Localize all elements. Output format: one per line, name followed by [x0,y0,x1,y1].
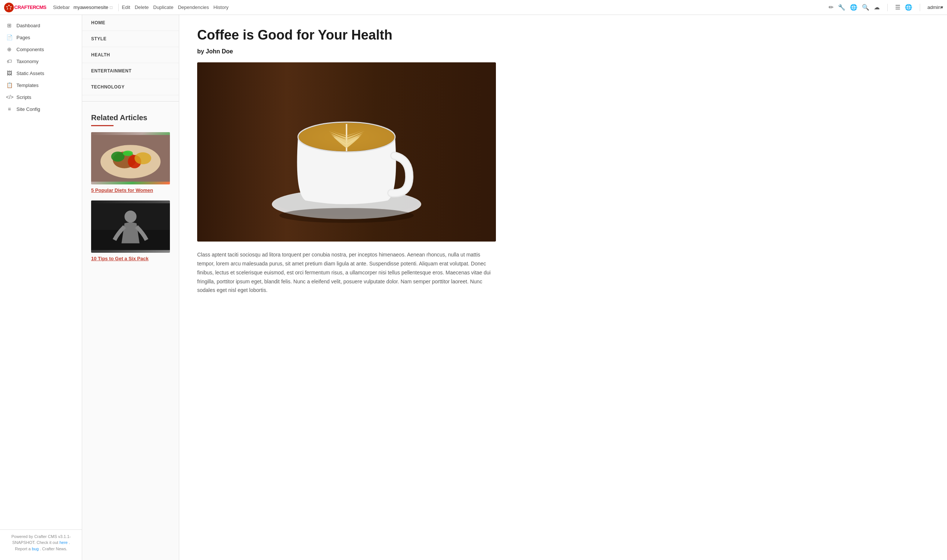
sidebar-item-templates[interactable]: 📋 Templates [0,79,82,91]
brand-name: CRAFTERCMS [14,5,46,10]
sidebar-item-label: Static Assets [17,71,44,76]
sidebar-footer: Powered by Crafter CMS v3.1.1-SNAPSHOT. … [0,529,82,556]
sidebar-item-site-config[interactable]: ≡ Site Config [0,103,82,115]
page-actions: Edit Delete Duplicate Dependencies Histo… [122,5,228,10]
main-content: Coffee is Good for Your Health by John D… [179,15,947,560]
sidebar-toggle[interactable]: Sidebar [53,5,70,10]
nav-divider [82,101,179,102]
sidebar-item-label: Pages [17,35,30,40]
sidebar-item-dashboard[interactable]: ⊞ Dashboard [0,19,82,31]
sidebar-item-label: Site Config [17,106,40,112]
taxonomy-icon: 🏷 [6,58,13,64]
svg-point-6 [111,152,125,162]
logo[interactable]: CRAFTERCMS [4,2,46,13]
footer-text3: . Crafter News. [40,546,67,551]
edit-action[interactable]: Edit [122,5,130,10]
sidebar-item-label: Components [17,47,44,52]
footer-link-bug[interactable]: bug [32,546,38,551]
article-author: by John Doe [197,48,929,55]
sidebar-item-label: Dashboard [17,23,40,28]
site-config-icon: ≡ [6,106,13,112]
sidebar-item-label: Taxonomy [17,58,38,64]
related-title-underline [91,125,114,126]
pencil-icon[interactable]: ✏ [828,4,833,11]
pages-icon: 📄 [6,34,13,40]
svg-point-19 [279,208,414,223]
search-icon[interactable]: 🔍 [862,4,869,11]
scripts-icon: </> [6,94,13,100]
article-card-2[interactable]: 10 Tips to Get a Six Pack [91,200,170,262]
svg-point-1 [8,6,11,9]
duplicate-action[interactable]: Duplicate [153,5,173,10]
admin-menu[interactable]: admin▾ [928,5,943,10]
site-icon: □ [110,5,112,10]
divider3 [920,4,920,11]
article-card-1-title[interactable]: 5 Popular Diets for Women [91,188,170,193]
svg-point-7 [134,152,151,164]
main-layout: ⊞ Dashboard 📄 Pages ⊕ Components 🏷 Taxon… [0,15,947,560]
sidebar-item-static-assets[interactable]: 🖼 Static Assets [0,67,82,79]
site-name: myawesomesite [74,5,108,10]
cloud-icon[interactable]: ☁ [874,4,880,11]
article-body: Class aptent taciti sociosqu ad litora t… [197,251,496,295]
history-action[interactable]: History [214,5,228,10]
nav-item-home[interactable]: HOME [82,15,179,31]
center-nav-panel: HOME STYLE HEALTH ENTERTAINMENT TECHNOLO… [82,15,179,560]
left-sidebar: ⊞ Dashboard 📄 Pages ⊕ Components 🏷 Taxon… [0,15,82,560]
related-articles-title: Related Articles [91,114,170,122]
footer-link-here[interactable]: here [59,540,68,545]
delete-action[interactable]: Delete [135,5,149,10]
svg-point-11 [124,211,136,223]
divider2 [887,4,888,11]
svg-point-8 [123,151,133,156]
nav-item-technology[interactable]: TECHNOLOGY [82,79,179,95]
nav-item-entertainment[interactable]: ENTERTAINMENT [82,63,179,79]
sidebar-item-components[interactable]: ⊕ Components [0,43,82,55]
article-hero-image [197,62,496,242]
topbar: CRAFTERCMS Sidebar myawesomesite □ Edit … [0,0,947,15]
globe2-icon[interactable]: 🌐 [905,4,912,11]
templates-icon: 📋 [6,82,13,88]
sidebar-item-scripts[interactable]: </> Scripts [0,91,82,103]
globe-icon[interactable]: 🌐 [850,4,858,11]
article-card-1-img [91,132,170,185]
static-assets-icon: 🖼 [6,70,13,76]
wrench-icon[interactable]: 🔧 [838,4,845,11]
dashboard-icon: ⊞ [6,22,13,28]
article-card-1[interactable]: 5 Popular Diets for Women [91,132,170,193]
sidebar-item-label: Scripts [17,94,31,100]
article-card-2-img [91,200,170,253]
dependencies-action[interactable]: Dependencies [178,5,209,10]
nav-item-style[interactable]: STYLE [82,31,179,47]
article-card-2-title[interactable]: 10 Tips to Get a Six Pack [91,256,170,262]
menu-icon[interactable]: ☰ [895,4,900,11]
topbar-right: ✏ 🔧 🌐 🔍 ☁ ☰ 🌐 admin▾ [828,4,943,11]
nav-item-health[interactable]: HEALTH [82,47,179,63]
sidebar-item-pages[interactable]: 📄 Pages [0,31,82,43]
sidebar-item-label: Templates [17,83,38,88]
divider [119,4,119,11]
sidebar-item-taxonomy[interactable]: 🏷 Taxonomy [0,55,82,67]
related-articles-section: Related Articles [82,108,179,262]
article-title: Coffee is Good for Your Health [197,27,929,43]
components-icon: ⊕ [6,46,13,52]
